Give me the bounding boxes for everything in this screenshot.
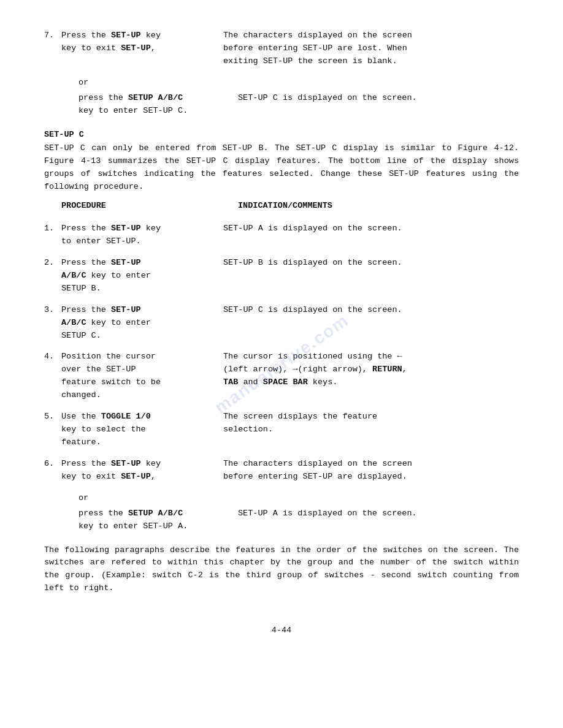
intro-step-7: 7. Press the SET-UP keykey to exit SET-U…	[44, 29, 519, 68]
indication-header: INDICATION/COMMENTS	[238, 200, 519, 213]
setup-c-description: SET-UP C can only be entered from SET-UP…	[44, 142, 519, 194]
step-1-content: Press the SET-UP keyto enter SET-UP. SET…	[61, 222, 519, 248]
or-line-2: or	[79, 492, 519, 505]
step-num-1: 1.	[44, 222, 61, 248]
step-num-7: 7.	[44, 29, 61, 68]
setup-abc-enter-a-left: press the SETUP A/B/Ckey to enter SET-UP…	[79, 507, 238, 533]
step-4-right: The cursor is positioned using the ←(lef…	[221, 351, 519, 402]
step-1-left: Press the SET-UP keyto enter SET-UP.	[61, 222, 221, 248]
step-2: 2. Press the SET-UPA/B/C key to enterSET…	[44, 257, 519, 295]
closing-paragraph: The following paragraphs describe the fe…	[44, 544, 519, 596]
step-num-2: 2.	[44, 257, 61, 295]
setup-abc-enter-a-right: SET-UP A is displayed on the screen.	[238, 507, 519, 533]
step-2-left: Press the SET-UPA/B/C key to enterSETUP …	[61, 257, 221, 295]
setup-abc-enter-a: press the SETUP A/B/Ckey to enter SET-UP…	[79, 507, 519, 533]
step-1: 1. Press the SET-UP keyto enter SET-UP. …	[44, 222, 519, 248]
step-6: 6. Press the SET-UP keykey to exit SET-U…	[44, 458, 519, 483]
step-7-left: Press the SET-UP keykey to exit SET-UP,	[61, 29, 221, 68]
intro-setup-abc-right: SET-UP C is displayed on the screen.	[238, 92, 519, 118]
step-4: 4. Position the cursorover the SET-UPfea…	[44, 351, 519, 402]
step-4-content: Position the cursorover the SET-UPfeatur…	[61, 351, 519, 402]
step-5: 5. Use the TOGGLE 1/0key to select thefe…	[44, 411, 519, 449]
step-6-content: Press the SET-UP keykey to exit SET-UP, …	[61, 458, 519, 483]
step-7-content: Press the SET-UP keykey to exit SET-UP, …	[61, 29, 519, 68]
setup-c-title: SET-UP C	[44, 129, 519, 142]
page: manualsrive.com 7. Press the SET-UP keyk…	[0, 0, 563, 728]
step-2-right: SET-UP B is displayed on the screen.	[221, 257, 519, 295]
page-number: 4-44	[44, 624, 519, 637]
step-5-left: Use the TOGGLE 1/0key to select thefeatu…	[61, 411, 221, 449]
step-6-left: Press the SET-UP keykey to exit SET-UP,	[61, 458, 221, 483]
step-4-left: Position the cursorover the SET-UPfeatur…	[61, 351, 221, 402]
step-3-left: Press the SET-UPA/B/C key to enterSETUP …	[61, 304, 221, 343]
step-5-content: Use the TOGGLE 1/0key to select thefeatu…	[61, 411, 519, 449]
step-3: 3. Press the SET-UPA/B/C key to enterSET…	[44, 304, 519, 343]
step-num-3: 3.	[44, 304, 61, 343]
step-3-content: Press the SET-UPA/B/C key to enterSETUP …	[61, 304, 519, 343]
step-7-right: The characters displayed on the screenbe…	[221, 29, 519, 68]
step-num-4: 4.	[44, 351, 61, 402]
procedure-headers: PROCEDURE INDICATION/COMMENTS	[61, 200, 519, 216]
step-2-content: Press the SET-UPA/B/C key to enterSETUP …	[61, 257, 519, 295]
step-num-5: 5.	[44, 411, 61, 449]
step-num-6: 6.	[44, 458, 61, 483]
step-3-right: SET-UP C is displayed on the screen.	[221, 304, 519, 343]
or-line-1: or	[79, 77, 519, 89]
step-1-right: SET-UP A is displayed on the screen.	[221, 222, 519, 248]
intro-setup-abc-left: press the SETUP A/B/Ckey to enter SET-UP…	[79, 92, 238, 118]
step-6-right: The characters displayed on the screenbe…	[221, 458, 519, 483]
step-5-right: The screen displays the featureselection…	[221, 411, 519, 449]
intro-setup-abc: press the SETUP A/B/Ckey to enter SET-UP…	[79, 92, 519, 118]
procedure-header: PROCEDURE	[61, 200, 238, 213]
